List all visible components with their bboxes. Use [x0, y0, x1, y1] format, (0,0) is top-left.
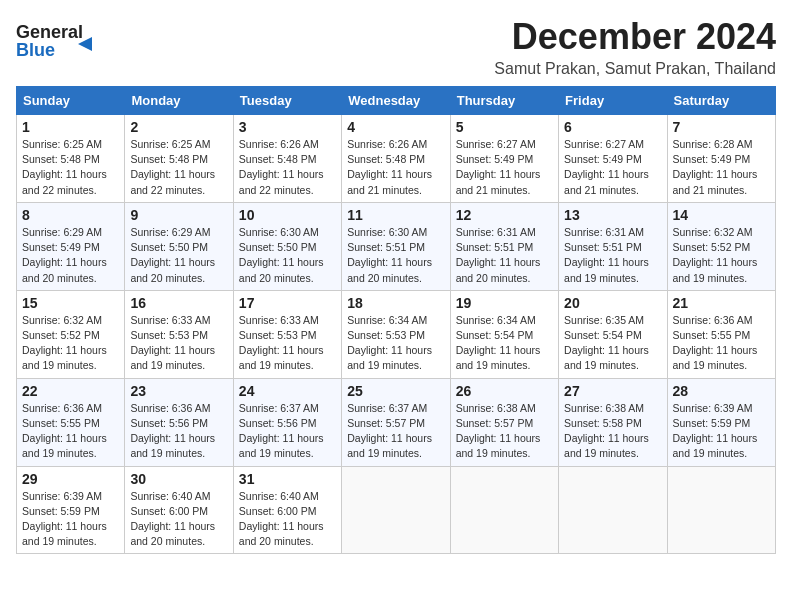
day-info: Sunrise: 6:35 AMSunset: 5:54 PMDaylight:… [564, 313, 661, 374]
week-row-3: 15Sunrise: 6:32 AMSunset: 5:52 PMDayligh… [17, 290, 776, 378]
day-info: Sunrise: 6:32 AMSunset: 5:52 PMDaylight:… [22, 313, 119, 374]
day-number: 17 [239, 295, 336, 311]
calendar-cell: 19Sunrise: 6:34 AMSunset: 5:54 PMDayligh… [450, 290, 558, 378]
day-number: 24 [239, 383, 336, 399]
day-number: 3 [239, 119, 336, 135]
day-number: 30 [130, 471, 227, 487]
calendar-cell: 29Sunrise: 6:39 AMSunset: 5:59 PMDayligh… [17, 466, 125, 554]
weekday-header-sunday: Sunday [17, 87, 125, 115]
calendar-cell: 9Sunrise: 6:29 AMSunset: 5:50 PMDaylight… [125, 202, 233, 290]
day-number: 7 [673, 119, 770, 135]
calendar-cell: 20Sunrise: 6:35 AMSunset: 5:54 PMDayligh… [559, 290, 667, 378]
day-number: 22 [22, 383, 119, 399]
calendar-cell: 26Sunrise: 6:38 AMSunset: 5:57 PMDayligh… [450, 378, 558, 466]
day-number: 29 [22, 471, 119, 487]
day-number: 12 [456, 207, 553, 223]
calendar-cell: 27Sunrise: 6:38 AMSunset: 5:58 PMDayligh… [559, 378, 667, 466]
day-info: Sunrise: 6:37 AMSunset: 5:56 PMDaylight:… [239, 401, 336, 462]
day-number: 28 [673, 383, 770, 399]
day-number: 18 [347, 295, 444, 311]
day-number: 11 [347, 207, 444, 223]
calendar-cell: 3Sunrise: 6:26 AMSunset: 5:48 PMDaylight… [233, 115, 341, 203]
page-title: December 2024 [494, 16, 776, 58]
logo: General Blue [16, 16, 106, 66]
day-number: 5 [456, 119, 553, 135]
calendar-cell: 1Sunrise: 6:25 AMSunset: 5:48 PMDaylight… [17, 115, 125, 203]
day-info: Sunrise: 6:33 AMSunset: 5:53 PMDaylight:… [130, 313, 227, 374]
calendar-cell: 10Sunrise: 6:30 AMSunset: 5:50 PMDayligh… [233, 202, 341, 290]
calendar-cell: 16Sunrise: 6:33 AMSunset: 5:53 PMDayligh… [125, 290, 233, 378]
day-info: Sunrise: 6:27 AMSunset: 5:49 PMDaylight:… [564, 137, 661, 198]
day-info: Sunrise: 6:40 AMSunset: 6:00 PMDaylight:… [130, 489, 227, 550]
calendar-cell: 23Sunrise: 6:36 AMSunset: 5:56 PMDayligh… [125, 378, 233, 466]
calendar-cell: 30Sunrise: 6:40 AMSunset: 6:00 PMDayligh… [125, 466, 233, 554]
day-number: 20 [564, 295, 661, 311]
day-info: Sunrise: 6:30 AMSunset: 5:51 PMDaylight:… [347, 225, 444, 286]
week-row-1: 1Sunrise: 6:25 AMSunset: 5:48 PMDaylight… [17, 115, 776, 203]
calendar-cell: 8Sunrise: 6:29 AMSunset: 5:49 PMDaylight… [17, 202, 125, 290]
calendar-cell: 15Sunrise: 6:32 AMSunset: 5:52 PMDayligh… [17, 290, 125, 378]
day-number: 19 [456, 295, 553, 311]
calendar-cell [559, 466, 667, 554]
logo-svg: General Blue [16, 16, 106, 66]
day-number: 1 [22, 119, 119, 135]
day-number: 31 [239, 471, 336, 487]
day-info: Sunrise: 6:34 AMSunset: 5:54 PMDaylight:… [456, 313, 553, 374]
calendar-cell: 5Sunrise: 6:27 AMSunset: 5:49 PMDaylight… [450, 115, 558, 203]
day-number: 13 [564, 207, 661, 223]
day-number: 8 [22, 207, 119, 223]
day-info: Sunrise: 6:25 AMSunset: 5:48 PMDaylight:… [130, 137, 227, 198]
calendar-cell: 18Sunrise: 6:34 AMSunset: 5:53 PMDayligh… [342, 290, 450, 378]
weekday-header-monday: Monday [125, 87, 233, 115]
weekday-header-wednesday: Wednesday [342, 87, 450, 115]
day-info: Sunrise: 6:38 AMSunset: 5:58 PMDaylight:… [564, 401, 661, 462]
calendar-cell: 12Sunrise: 6:31 AMSunset: 5:51 PMDayligh… [450, 202, 558, 290]
calendar-cell: 22Sunrise: 6:36 AMSunset: 5:55 PMDayligh… [17, 378, 125, 466]
calendar-cell: 7Sunrise: 6:28 AMSunset: 5:49 PMDaylight… [667, 115, 775, 203]
day-info: Sunrise: 6:38 AMSunset: 5:57 PMDaylight:… [456, 401, 553, 462]
day-number: 14 [673, 207, 770, 223]
day-info: Sunrise: 6:39 AMSunset: 5:59 PMDaylight:… [22, 489, 119, 550]
calendar-cell: 4Sunrise: 6:26 AMSunset: 5:48 PMDaylight… [342, 115, 450, 203]
calendar-cell: 13Sunrise: 6:31 AMSunset: 5:51 PMDayligh… [559, 202, 667, 290]
day-info: Sunrise: 6:30 AMSunset: 5:50 PMDaylight:… [239, 225, 336, 286]
week-row-2: 8Sunrise: 6:29 AMSunset: 5:49 PMDaylight… [17, 202, 776, 290]
day-number: 25 [347, 383, 444, 399]
calendar-cell: 21Sunrise: 6:36 AMSunset: 5:55 PMDayligh… [667, 290, 775, 378]
day-info: Sunrise: 6:26 AMSunset: 5:48 PMDaylight:… [239, 137, 336, 198]
week-row-4: 22Sunrise: 6:36 AMSunset: 5:55 PMDayligh… [17, 378, 776, 466]
day-info: Sunrise: 6:33 AMSunset: 5:53 PMDaylight:… [239, 313, 336, 374]
week-row-5: 29Sunrise: 6:39 AMSunset: 5:59 PMDayligh… [17, 466, 776, 554]
day-number: 27 [564, 383, 661, 399]
day-info: Sunrise: 6:25 AMSunset: 5:48 PMDaylight:… [22, 137, 119, 198]
day-info: Sunrise: 6:36 AMSunset: 5:55 PMDaylight:… [22, 401, 119, 462]
page-subtitle: Samut Prakan, Samut Prakan, Thailand [494, 60, 776, 78]
day-info: Sunrise: 6:31 AMSunset: 5:51 PMDaylight:… [456, 225, 553, 286]
calendar-cell: 31Sunrise: 6:40 AMSunset: 6:00 PMDayligh… [233, 466, 341, 554]
calendar-cell [450, 466, 558, 554]
day-info: Sunrise: 6:29 AMSunset: 5:49 PMDaylight:… [22, 225, 119, 286]
day-info: Sunrise: 6:37 AMSunset: 5:57 PMDaylight:… [347, 401, 444, 462]
calendar-cell: 28Sunrise: 6:39 AMSunset: 5:59 PMDayligh… [667, 378, 775, 466]
day-number: 2 [130, 119, 227, 135]
day-number: 21 [673, 295, 770, 311]
svg-text:Blue: Blue [16, 40, 55, 60]
day-number: 10 [239, 207, 336, 223]
calendar-cell: 17Sunrise: 6:33 AMSunset: 5:53 PMDayligh… [233, 290, 341, 378]
calendar-cell: 6Sunrise: 6:27 AMSunset: 5:49 PMDaylight… [559, 115, 667, 203]
day-info: Sunrise: 6:31 AMSunset: 5:51 PMDaylight:… [564, 225, 661, 286]
day-info: Sunrise: 6:28 AMSunset: 5:49 PMDaylight:… [673, 137, 770, 198]
header: General Blue December 2024 Samut Prakan,… [16, 16, 776, 78]
day-info: Sunrise: 6:39 AMSunset: 5:59 PMDaylight:… [673, 401, 770, 462]
weekday-header-thursday: Thursday [450, 87, 558, 115]
day-info: Sunrise: 6:32 AMSunset: 5:52 PMDaylight:… [673, 225, 770, 286]
day-number: 6 [564, 119, 661, 135]
title-area: December 2024 Samut Prakan, Samut Prakan… [494, 16, 776, 78]
calendar-cell: 25Sunrise: 6:37 AMSunset: 5:57 PMDayligh… [342, 378, 450, 466]
day-info: Sunrise: 6:36 AMSunset: 5:56 PMDaylight:… [130, 401, 227, 462]
calendar-cell [667, 466, 775, 554]
calendar-cell: 2Sunrise: 6:25 AMSunset: 5:48 PMDaylight… [125, 115, 233, 203]
weekday-header-tuesday: Tuesday [233, 87, 341, 115]
day-number: 9 [130, 207, 227, 223]
day-info: Sunrise: 6:26 AMSunset: 5:48 PMDaylight:… [347, 137, 444, 198]
